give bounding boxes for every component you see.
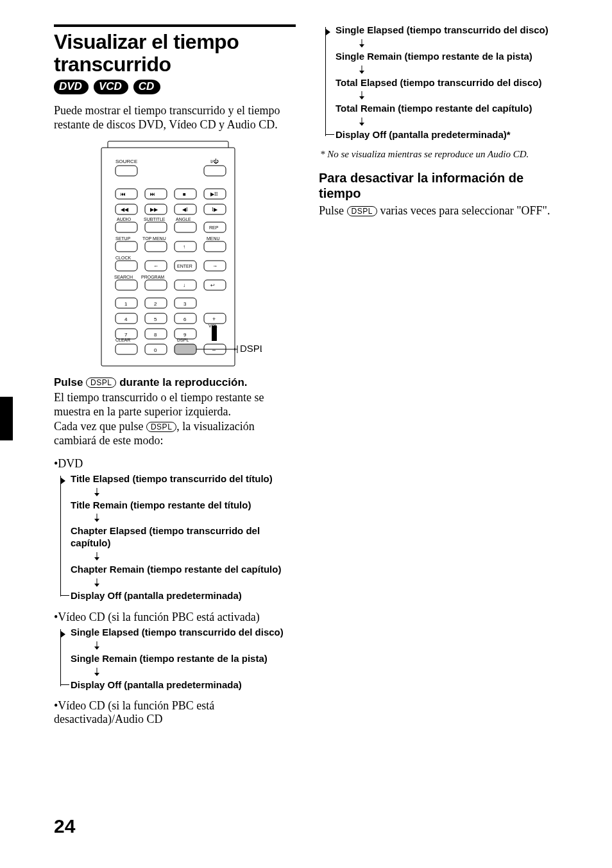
intro-paragraph: Puede mostrar el tiempo transcurrido y e…: [54, 103, 296, 132]
flow-item: Single Elapsed (tiempo transcurrido del …: [336, 24, 561, 37]
svg-text:←: ←: [153, 263, 158, 269]
sub-text-a: Pulse: [319, 204, 347, 217]
svg-marker-98: [359, 44, 364, 48]
section-head-dvd: •DVD: [54, 457, 296, 471]
flow-item: Chapter Remain (tiempo restante del capí…: [71, 564, 296, 576]
svg-text:4: 4: [124, 317, 128, 322]
svg-text:▶▶: ▶▶: [150, 207, 158, 213]
svg-text:⏭: ⏭: [150, 191, 155, 197]
svg-rect-37: [115, 261, 137, 271]
down-arrow-icon: [94, 514, 296, 523]
disc-type-badges: DVD VCD CD: [54, 80, 296, 94]
sub-text-b: varias veces para seleccionar "OFF".: [377, 204, 550, 217]
svg-marker-96: [94, 673, 99, 676]
svg-marker-92: [94, 584, 99, 587]
svg-rect-31: [115, 241, 137, 252]
badge-vcd: VCD: [94, 80, 128, 94]
svg-rect-47: [145, 280, 167, 290]
svg-marker-86: [94, 493, 99, 496]
page-heading: Visualizar el tiempo transcurrido: [54, 31, 296, 76]
svg-marker-94: [94, 647, 99, 650]
label-power: I/⏻: [210, 159, 219, 164]
flow-item: Display Off (pantalla predeterminada): [71, 679, 296, 691]
flow-item: Display Off (pantalla predeterminada)*: [336, 129, 561, 141]
svg-marker-100: [359, 71, 364, 74]
svg-text:9: 9: [183, 332, 187, 338]
svg-marker-102: [359, 96, 364, 100]
svg-rect-46: [115, 280, 137, 290]
svg-text:5: 5: [154, 317, 157, 322]
svg-rect-25: [174, 222, 196, 232]
svg-rect-76: [115, 344, 137, 354]
svg-text:MENU: MENU: [207, 236, 220, 241]
svg-text:PROGRAM: PROGRAM: [141, 275, 164, 279]
svg-text:SUBTITLE: SUBTITLE: [144, 217, 166, 221]
svg-rect-24: [145, 222, 167, 232]
svg-text:SEARCH: SEARCH: [114, 275, 133, 279]
svg-text:→: →: [212, 263, 217, 269]
instr-suffix: durante la reproducción.: [116, 376, 247, 388]
svg-text:+: +: [212, 316, 216, 322]
svg-text:■: ■: [183, 191, 186, 197]
svg-marker-104: [359, 123, 364, 126]
svg-text:TOP MENU: TOP MENU: [142, 236, 166, 241]
flow-item: Total Elapsed (tiempo transcurrido del d…: [336, 77, 561, 89]
svg-text:⏮: ⏮: [121, 191, 126, 197]
svg-text:↩: ↩: [210, 282, 215, 288]
instruction-line-3: Cada vez que pulse DSPL, la visualizació…: [54, 419, 296, 448]
svg-text:SETUP: SETUP: [115, 236, 131, 241]
svg-rect-2: [115, 166, 137, 176]
svg-text:DSPL: DSPL: [177, 338, 189, 342]
svg-text:REP: REP: [209, 225, 219, 230]
flow-item: Single Elapsed (tiempo transcurrido del …: [71, 627, 296, 639]
dspl-button-pill: DSPL: [86, 378, 116, 388]
svg-rect-50: [204, 280, 226, 290]
svg-rect-35: [204, 241, 226, 252]
badge-cd: CD: [133, 80, 161, 94]
flow-vcd-pbc-off: Single Elapsed (tiempo transcurrido del …: [319, 24, 561, 141]
instr-prefix: Pulse: [54, 376, 86, 388]
instruction-line-1: Pulse DSPL durante la reproducción.: [54, 376, 296, 389]
flow-item: Single Remain (tiempo restante de la pis…: [336, 51, 561, 63]
instr3a: Cada vez que pulse: [54, 420, 146, 433]
down-arrow-icon: [94, 552, 296, 561]
flow-item: Title Elapsed (tiempo transcurrido del t…: [71, 473, 296, 485]
footnote-audio-cd: * No se visualiza mientras se reproduce …: [319, 149, 561, 160]
svg-rect-79: [174, 344, 196, 354]
flow-item: Single Remain (tiempo restante de la pis…: [71, 653, 296, 665]
flow-vcd-pbc-on: Single Elapsed (tiempo transcurrido del …: [54, 627, 296, 691]
svg-text:I▶: I▶: [212, 207, 218, 213]
down-arrow-icon: [94, 668, 296, 677]
svg-rect-73: [212, 326, 217, 341]
flow-item: Display Off (pantalla predeterminada): [71, 590, 296, 602]
svg-text:2: 2: [154, 301, 157, 307]
section-head-vcd-pbc-off: •Vídeo CD (si la función PBC está desact…: [54, 699, 296, 726]
down-arrow-icon: [94, 488, 296, 497]
svg-rect-32: [145, 241, 167, 252]
dspl-button-pill-2: DSPL: [146, 422, 176, 432]
svg-text:↓: ↓: [183, 282, 185, 288]
svg-text:7: 7: [124, 332, 128, 338]
label-source: SOURCE: [115, 159, 137, 164]
flow-dvd: Title Elapsed (tiempo transcurrido del t…: [54, 473, 296, 602]
dspl-button-pill-3: DSPL: [347, 206, 377, 216]
remote-callout-dspl: DSPL: [240, 343, 262, 354]
svg-marker-88: [94, 519, 99, 522]
svg-text:6: 6: [183, 317, 187, 322]
flow-item: Chapter Elapsed (tiempo transcurrido del…: [71, 525, 296, 550]
svg-text:◀◀: ◀◀: [121, 207, 129, 213]
svg-rect-23: [115, 222, 137, 232]
down-arrow-icon: [359, 91, 561, 100]
svg-text:CLEAR: CLEAR: [115, 338, 130, 342]
svg-text:1: 1: [124, 301, 128, 307]
svg-rect-4: [115, 189, 137, 199]
page-number: 24: [54, 815, 75, 837]
svg-rect-33: [174, 241, 196, 252]
flow-item: Title Remain (tiempo restante del título…: [71, 499, 296, 512]
down-arrow-icon: [94, 578, 296, 587]
section-head-vcd-pbc-on: •Vídeo CD (si la función PBC está activa…: [54, 611, 296, 624]
down-arrow-icon: [94, 641, 296, 650]
down-arrow-icon: [359, 39, 561, 48]
svg-rect-3: [204, 166, 226, 176]
svg-text:CLOCK: CLOCK: [115, 256, 131, 260]
